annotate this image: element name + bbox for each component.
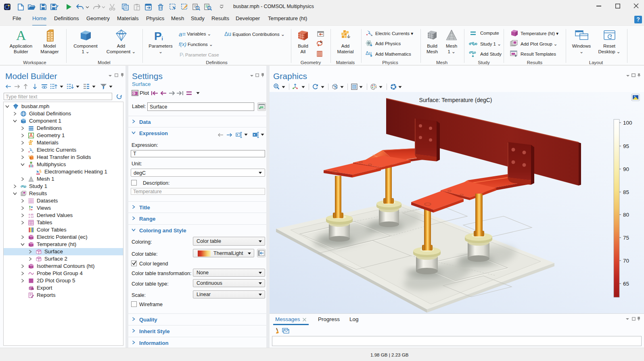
svg-text:95: 95 (623, 143, 629, 149)
svg-text:80: 80 (623, 212, 629, 218)
svg-text:85: 85 (623, 189, 629, 195)
svg-text:65: 65 (623, 281, 629, 287)
svg-text:90: 90 (623, 166, 629, 172)
svg-text:100: 100 (623, 120, 632, 126)
svg-text:e-12: e-12 (29, 215, 34, 218)
svg-text:75: 75 (623, 235, 629, 241)
svg-text:Δu: Δu (366, 50, 372, 56)
svg-text:70: 70 (623, 258, 629, 264)
svg-text:Surface: Temperature (degC): Surface: Temperature (degC) (419, 97, 492, 103)
